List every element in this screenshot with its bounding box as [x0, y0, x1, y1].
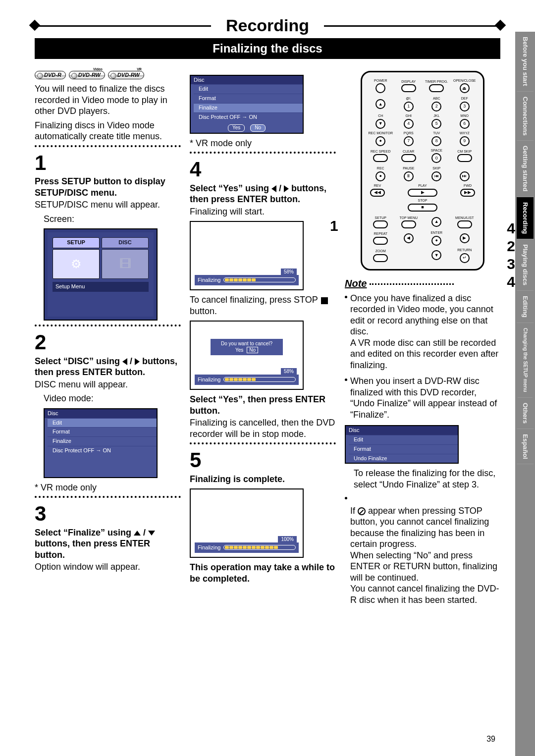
step-4-heading: Select “Yes” using / buttons, then press…	[190, 183, 336, 205]
step-5-heading: Finalizing is complete.	[190, 474, 336, 485]
vr-mode-footnote: * VR mode only	[35, 482, 181, 493]
side-nav-item[interactable]: Getting started	[517, 141, 534, 197]
note-bullet-1: Once you have finalized a disc recorded …	[345, 292, 500, 374]
step-4-body: Finalizing will start.	[190, 206, 336, 217]
undo-finalize-note: To release the finalizing for the disc, …	[345, 468, 500, 490]
note-heading: Note	[345, 277, 500, 290]
cancel-finalize-text: To cancel finalizing, press STOP button.	[190, 294, 336, 317]
disc-menu-finalize-screen: Disc Edit Format Finalize Disc Protect O…	[190, 75, 304, 134]
remote-callouts-right: 4 2 3 4	[507, 219, 515, 291]
divider	[190, 442, 336, 444]
badge-dvd-rw-video: VideoDVD-RW	[69, 71, 105, 80]
badge-dvd-r: DVD-R	[35, 71, 66, 80]
remote-control-diagram: POWER DISPLAY TIMER PROG. OPEN/CLOSE⏏ ▲ …	[361, 71, 484, 270]
side-nav-item[interactable]: Changing the SETUP menu	[518, 323, 533, 397]
divider	[35, 324, 181, 326]
step-1-number: 1	[35, 150, 181, 176]
setup-disc-screen: SETUP DISC ⚙ 🎞 Setup Menu	[44, 228, 158, 321]
step-1-body: SETUP/DISC menu will appear.	[35, 199, 181, 211]
step-4-number: 4	[190, 157, 336, 183]
select-yes-body: Finalizing is cancelled, then the DVD re…	[190, 417, 336, 439]
side-nav-item[interactable]: Español	[517, 429, 534, 465]
step-2-screen-label: Video mode:	[35, 393, 181, 404]
divider	[35, 145, 181, 147]
step-5-number: 5	[190, 447, 336, 474]
step-1-heading: Press SETUP button to display SETUP/DISC…	[35, 176, 181, 198]
page-title-wrap: Recording	[35, 15, 500, 36]
side-nav-item[interactable]: Connections	[517, 92, 534, 141]
disc-filmstrip-icon: 🎞	[102, 249, 149, 279]
intro-1: You will need to finalize the discs reco…	[35, 83, 181, 117]
side-nav-item[interactable]: Others	[517, 398, 534, 429]
step-2-number: 2	[35, 329, 181, 356]
cancel-prompt-screen: Do you want to cancel? Yes No 58% Finali…	[190, 321, 304, 390]
undo-finalize-screen: Disc Edit Format Undo Finalize	[345, 425, 459, 464]
column-3: POWER DISPLAY TIMER PROG. OPEN/CLOSE⏏ ▲ …	[345, 71, 500, 610]
page-number: 39	[486, 734, 495, 744]
remote-callout-left: 1	[330, 217, 338, 235]
step-3-heading: Select “Finalize” using / buttons, then …	[35, 527, 181, 561]
side-nav-item[interactable]: Editing	[517, 291, 534, 323]
setup-sliders-icon: ⚙	[53, 249, 100, 279]
step-3-body: Option window will appear.	[35, 561, 181, 573]
column-1: DVD-R VideoDVD-RW VRDVD-RW You will need…	[35, 71, 181, 610]
disc-menu-screen: Disc Edit Format Finalize Disc Protect O…	[44, 408, 158, 478]
badge-dvd-rw-vr: VRDVD-RW	[108, 71, 144, 80]
column-2: Disc Edit Format Finalize Disc Protect O…	[190, 71, 336, 610]
prohibit-icon	[358, 507, 366, 515]
finalizing-complete-screen: 100% Finalizing	[190, 488, 304, 558]
side-nav-item[interactable]: Before you start	[517, 32, 534, 92]
step-2-body: DISC menu will appear.	[35, 379, 181, 390]
side-nav-item-active[interactable]: Recording	[517, 197, 534, 239]
vr-mode-footnote-2: * VR mode only	[190, 138, 336, 149]
side-nav-item[interactable]: Playing discs	[517, 239, 534, 291]
step-3-number: 3	[35, 501, 181, 527]
page-subtitle: Finalizing the discs	[35, 38, 500, 59]
step-2-heading: Select “DISC” using / buttons, then pres…	[35, 356, 181, 378]
stop-icon	[321, 297, 328, 304]
divider	[190, 152, 336, 154]
note-bullet-3: If appear when pressing STOP button, you…	[345, 493, 500, 608]
divider	[35, 496, 181, 498]
completion-warning: This operation may take a while to be co…	[190, 562, 336, 584]
step-1-screen-label: Screen:	[35, 214, 181, 225]
finalizing-progress-screen: 58% Finalizing	[190, 221, 304, 290]
intro-2: Finalizing discs in Video mode automatic…	[35, 120, 181, 142]
disc-badges: DVD-R VideoDVD-RW VRDVD-RW	[35, 71, 181, 80]
select-yes-heading: Select “Yes”, then press ENTER button.	[190, 394, 336, 416]
side-nav: Before you start Connections Getting sta…	[515, 32, 535, 756]
note-bullet-2: When you insert a DVD-RW disc finalized …	[345, 375, 500, 423]
page-title: Recording	[211, 15, 324, 36]
